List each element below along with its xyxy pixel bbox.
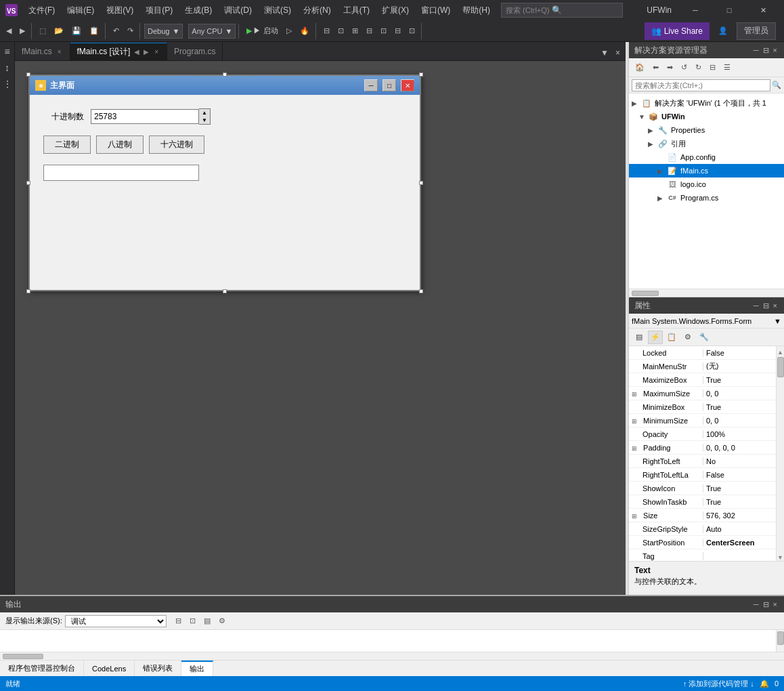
platform-dropdown[interactable]: Any CPU ▼: [188, 24, 236, 39]
handle-tl[interactable]: [26, 72, 30, 77]
tb-misc-2[interactable]: ⊡: [334, 23, 347, 39]
menu-window[interactable]: 窗口(W): [416, 3, 456, 18]
tab-fmain-cs[interactable]: fMain.cs ×: [15, 43, 70, 60]
output-wrap-button[interactable]: ⊡: [186, 614, 199, 627]
forward-button[interactable]: ▶: [16, 23, 28, 39]
live-share-button[interactable]: 👥 Live Share: [645, 22, 710, 40]
prop-sizegripstyle-value[interactable]: Auto: [703, 525, 776, 533]
props-dock-button[interactable]: ⊟: [762, 301, 770, 310]
se-toolbar-back[interactable]: ⬅: [649, 61, 662, 74]
sidebar-icon-3[interactable]: ⋮: [1, 77, 14, 91]
design-canvas[interactable]: ★ 主界面 ─ □ ✕ 十进制数 ▲: [15, 61, 626, 595]
output-pin-button[interactable]: ─: [752, 600, 760, 609]
menu-project[interactable]: 项目(P): [140, 3, 178, 18]
tree-properties[interactable]: ▶ 🔧 Properties: [629, 123, 784, 137]
tab-nav-next[interactable]: ▶: [144, 48, 149, 56]
props-category-btn[interactable]: ▤: [632, 331, 647, 344]
tab-fmain-design[interactable]: fMain.cs [设计] ◀ ▶ ×: [70, 43, 168, 60]
form-close-button[interactable]: ✕: [401, 79, 414, 91]
scroll-down-icon[interactable]: ▼: [777, 554, 783, 561]
handle-mr[interactable]: [419, 181, 423, 185]
props-scrollbar[interactable]: ▲ ▼: [776, 346, 784, 561]
menu-analyze[interactable]: 分析(N): [298, 3, 336, 18]
tab-nav-prev[interactable]: ◀: [134, 48, 139, 56]
output-clear-button[interactable]: ⊟: [172, 614, 185, 627]
output-close-button[interactable]: ×: [772, 600, 779, 609]
pin-button[interactable]: ─: [752, 46, 760, 55]
prop-padding-value[interactable]: 0, 0, 0, 0: [703, 444, 776, 452]
output-tab-codelens[interactable]: CodeLens: [84, 661, 135, 677]
close-panel-button[interactable]: ×: [772, 46, 779, 55]
spin-up-button[interactable]: ▲: [199, 109, 210, 117]
tb-misc-6[interactable]: ⊟: [391, 23, 404, 39]
save-button[interactable]: 💾: [68, 23, 85, 39]
tree-program[interactable]: ▶ C# Program.cs: [629, 191, 784, 205]
maximize-button[interactable]: □: [714, 0, 745, 20]
tree-project[interactable]: ▼ 📦 UFWin: [629, 110, 784, 123]
user-icon-button[interactable]: 👤: [715, 23, 731, 39]
prop-showintaskb-value[interactable]: True: [703, 498, 776, 506]
output-tab-errors[interactable]: 错误列表: [135, 661, 181, 677]
output-tab-packages[interactable]: 程序包管理器控制台: [0, 661, 84, 677]
menu-tools[interactable]: 工具(T): [338, 3, 375, 18]
add-to-source-control-button[interactable]: ↑ 添加到源代码管理 ↓: [683, 679, 754, 689]
solution-search-input[interactable]: [632, 79, 770, 91]
output-filter-button[interactable]: ▤: [200, 614, 214, 627]
handle-bl[interactable]: [26, 289, 30, 293]
undo-button[interactable]: ↶: [110, 23, 123, 39]
form-window[interactable]: ★ 主界面 ─ □ ✕ 十进制数 ▲: [28, 75, 421, 291]
prop-mainmenustr-value[interactable]: (无): [703, 361, 776, 371]
binary-button[interactable]: 二进制: [43, 135, 91, 154]
props-selector[interactable]: fMain System.Windows.Forms.Form ▼: [629, 314, 784, 329]
scroll-thumb[interactable]: [777, 357, 784, 377]
props-search-btn[interactable]: 🔧: [697, 331, 712, 344]
redo-button[interactable]: ↷: [124, 23, 137, 39]
props-pin-button[interactable]: ─: [752, 301, 760, 310]
prop-startposition-value[interactable]: CenterScreen: [703, 539, 776, 547]
handle-tc[interactable]: [223, 72, 227, 77]
close-button[interactable]: ✕: [747, 0, 779, 20]
new-button[interactable]: ⬚: [36, 23, 49, 39]
tab-list-button[interactable]: ▼: [598, 45, 611, 60]
tb-misc-1[interactable]: ⊟: [320, 23, 333, 39]
menu-file[interactable]: 文件(F): [23, 3, 60, 18]
menu-debug[interactable]: 调试(D): [219, 3, 257, 18]
prop-righttoleft-value[interactable]: No: [703, 457, 776, 465]
save-all-button[interactable]: 📋: [86, 23, 102, 39]
open-button[interactable]: 📂: [51, 23, 67, 39]
menu-extensions[interactable]: 扩展(X): [376, 3, 414, 18]
notification-icon[interactable]: 🔔: [760, 679, 769, 688]
se-toolbar-sync[interactable]: ↺: [678, 61, 691, 74]
back-button[interactable]: ◀: [3, 23, 15, 39]
manage-button[interactable]: 管理员: [737, 22, 776, 40]
se-scrollbar-thumb[interactable]: [632, 291, 659, 296]
start-button[interactable]: ▶ ▶ 启动: [243, 23, 281, 39]
output-hscrollbar[interactable]: [0, 652, 784, 660]
prop-opacity-value[interactable]: 100%: [703, 430, 776, 438]
tab-program-cs[interactable]: Program.cs: [167, 43, 223, 60]
output-vscrollbar[interactable]: [776, 630, 784, 652]
props-events-btn[interactable]: ⚙: [680, 331, 695, 344]
menu-help[interactable]: 帮助(H): [457, 3, 496, 18]
props-close-button[interactable]: ×: [772, 301, 779, 310]
decimal-input[interactable]: [91, 109, 199, 124]
tb-misc-5[interactable]: ⊡: [377, 23, 390, 39]
prop-righttoleftla-value[interactable]: False: [703, 471, 776, 479]
prop-minimumsize-value[interactable]: 0, 0: [703, 417, 776, 425]
tree-logo[interactable]: ▶ 🖼 logo.ico: [629, 177, 784, 191]
se-toolbar-forward[interactable]: ➡: [663, 61, 676, 74]
tab-fmain-design-close[interactable]: ×: [153, 48, 160, 56]
tab-fmain-cs-close[interactable]: ×: [56, 48, 63, 56]
form-minimize-button[interactable]: ─: [364, 79, 378, 91]
se-toolbar-collapse[interactable]: ☰: [720, 61, 734, 74]
octal-button[interactable]: 八进制: [96, 135, 144, 154]
handle-tr[interactable]: [419, 72, 423, 77]
tree-solution[interactable]: ▶ 📋 解决方案 'UFWin' (1 个项目，共 1: [629, 96, 784, 110]
result-textbox[interactable]: [43, 165, 199, 181]
handle-bc[interactable]: [223, 289, 227, 293]
sidebar-icon-2[interactable]: ↕: [3, 61, 11, 75]
hot-reload-button[interactable]: 🔥: [297, 23, 313, 39]
output-tab-output[interactable]: 输出: [181, 661, 213, 677]
prop-showicon-value[interactable]: True: [703, 484, 776, 493]
handle-br[interactable]: [419, 289, 423, 293]
